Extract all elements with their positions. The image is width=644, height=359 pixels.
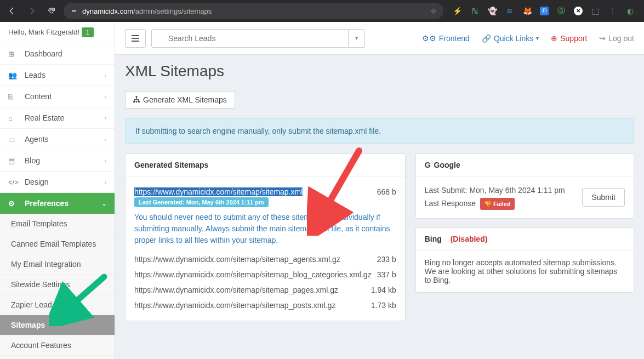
last-generated-badge: Last Generated: Mon, May 6th 2024 1:11 p…	[134, 197, 269, 207]
main-content: ▾ ⚙⚙Frontend 🔗Quick Links ▾ ⊕Support ↪Lo…	[115, 22, 644, 359]
ext-icon[interactable]: ≋	[505, 6, 515, 16]
subnav-account-features[interactable]: Account Features	[0, 335, 115, 355]
gear-icon: ⚙	[8, 200, 19, 208]
life-ring-icon: ⊕	[551, 34, 557, 43]
panel-heading: Bing (Disabled)	[416, 228, 634, 250]
sidebar-item-dashboard[interactable]: ⊞Dashboard	[0, 43, 115, 64]
reload-button[interactable]	[44, 3, 59, 19]
sitemap-url[interactable]: https://www.dynamicidx.com/sitemap/sitem…	[134, 270, 372, 279]
page-title: XML Sitemaps	[125, 55, 634, 91]
sitemap-note: You should never need to submit any of t…	[134, 212, 396, 246]
ext-icon[interactable]: Ⓗ	[540, 7, 549, 15]
sidebar-item-realestate[interactable]: ⌂Real Estate‹	[0, 107, 115, 128]
ext-icon[interactable]: 🦊	[522, 6, 532, 16]
url-domain: dynamicidx.com	[82, 7, 133, 15]
forward-button[interactable]	[24, 3, 39, 19]
support-link[interactable]: ⊕Support	[551, 34, 587, 43]
home-icon: ⌂	[8, 114, 19, 122]
last-submit-label: Last Submit:	[425, 186, 468, 195]
users-icon: 👥	[8, 71, 19, 79]
profile-icon[interactable]: ◐	[625, 6, 635, 16]
subnav-email-integration[interactable]: My Email Integration	[0, 254, 115, 274]
google-submit-button[interactable]: Submit	[582, 188, 625, 207]
sidebar-item-label: Dashboard	[25, 49, 62, 58]
subnav-sitemaps[interactable]: Sitemaps	[0, 315, 115, 335]
dashboard-icon: ⊞	[8, 50, 19, 58]
subnav-sitewide[interactable]: Sitewide Settings	[0, 275, 115, 294]
logout-link[interactable]: ↪Log out	[599, 34, 634, 43]
extensions-icon[interactable]: ⬚	[590, 6, 600, 16]
subnav-canned-email[interactable]: Canned Email Templates	[0, 234, 115, 254]
svg-rect-3	[136, 96, 138, 98]
sitemap-size: 1.73 kb	[366, 301, 396, 310]
thumbs-down-icon: 👎	[484, 199, 492, 209]
frontend-link[interactable]: ⚙⚙Frontend	[422, 34, 470, 43]
back-button[interactable]	[4, 3, 20, 19]
link-icon: 🔗	[482, 34, 491, 43]
url-path: /admin/settings/sitemaps	[133, 7, 212, 15]
sidebar-item-label: Content	[25, 92, 52, 101]
ext-icon[interactable]: 👻	[487, 6, 497, 16]
address-bar[interactable]: dynamicidx.com/admin/settings/sitemaps ☆	[64, 3, 443, 19]
generate-sitemaps-button[interactable]: Generate XML Sitemaps	[125, 91, 235, 109]
ext-icon[interactable]: ℕ	[470, 6, 480, 16]
newspaper-icon: ▤	[8, 157, 19, 165]
search-dropdown-button[interactable]: ▾	[348, 30, 364, 47]
sitemap-size: 233 b	[372, 255, 396, 264]
browser-chrome: dynamicidx.com/admin/settings/sitemaps ☆…	[0, 0, 644, 22]
panel-heading: Generated Sitemaps	[126, 154, 405, 176]
quicklinks-link[interactable]: 🔗Quick Links ▾	[482, 34, 539, 43]
failed-badge: 👎Failed	[480, 198, 515, 210]
main-sitemap-url[interactable]: https://www.dynamicidx.com/sitemap/sitem…	[134, 187, 303, 196]
chevron-down-icon: ⌄	[102, 201, 106, 207]
ext-icon[interactable]: ✕	[574, 7, 583, 15]
sidebar-toggle-button[interactable]	[125, 29, 146, 48]
subnav-maintenance[interactable]: Maintenance (DYNIDX)	[0, 356, 115, 359]
sidebar: Hello, Mark Fitzgerald!1 ⊞Dashboard 👥Lea…	[0, 22, 115, 359]
svg-rect-5	[136, 101, 138, 102]
sidebar-item-content[interactable]: ⎘Content‹	[0, 86, 115, 107]
sidebar-item-label: Preferences	[25, 199, 69, 208]
sidebar-item-label: Blog	[25, 156, 40, 165]
caret-down-icon: ▾	[536, 35, 539, 41]
id-card-icon: ▭	[8, 135, 19, 144]
chevron-left-icon: ‹	[105, 158, 106, 164]
sidebar-item-label: Agents	[25, 135, 49, 144]
svg-rect-4	[133, 101, 135, 102]
notification-badge[interactable]: 1	[82, 27, 94, 37]
last-response-label: Last Response	[425, 199, 476, 208]
sidebar-item-preferences[interactable]: ⚙Preferences⌄	[0, 193, 115, 214]
topbar: ▾ ⚙⚙Frontend 🔗Quick Links ▾ ⊕Support ↪Lo…	[115, 22, 644, 55]
search-input[interactable]	[152, 30, 348, 47]
signout-icon: ↪	[599, 34, 606, 43]
site-info-icon	[70, 7, 78, 15]
sitemap-url[interactable]: https://www.dynamicidx.com/sitemap/sitem…	[134, 255, 340, 264]
info-alert: If submitting to search engine manually,…	[125, 118, 634, 144]
google-icon: G	[425, 161, 431, 169]
sitemap-size: 668 b	[372, 187, 396, 196]
ext-separator: ⋮	[608, 6, 618, 16]
ext-icon[interactable]: ⚡	[452, 6, 462, 16]
chevron-left-icon: ‹	[105, 115, 106, 121]
sidebar-item-design[interactable]: </>Design‹	[0, 172, 115, 192]
ext-icon[interactable]: Ⓖ	[556, 6, 566, 16]
sidebar-item-label: Design	[25, 178, 49, 186]
bing-panel: Bing (Disabled) Bing no longer accepts a…	[415, 227, 634, 293]
sitemap-url[interactable]: https://www.dynamicidx.com/sitemap/sitem…	[134, 301, 335, 310]
subnav-email-templates[interactable]: Email Templates	[0, 214, 115, 233]
sidebar-item-label: Real Estate	[25, 113, 64, 122]
sidebar-item-agents[interactable]: ▭Agents‹	[0, 129, 115, 150]
menu-icon	[132, 35, 139, 42]
sitemap-size: 337 b	[372, 270, 396, 279]
sidebar-item-leads[interactable]: 👥Leads‹	[0, 65, 115, 86]
subnav-zapier[interactable]: Zapier Lead Hooks	[0, 295, 115, 315]
bookmark-star-icon[interactable]: ☆	[430, 7, 437, 15]
svg-rect-6	[138, 101, 140, 102]
generated-sitemaps-panel: Generated Sitemaps https://www.dynamicid…	[125, 153, 406, 321]
google-panel: GGoogle Last Submit: Mon, May 6th 2024 1…	[415, 153, 634, 219]
code-icon: </>	[8, 178, 19, 186]
sitemap-url[interactable]: https://www.dynamicidx.com/sitemap/sitem…	[134, 286, 338, 294]
copy-icon: ⎘	[8, 93, 19, 101]
sidebar-greeting: Hello, Mark Fitzgerald!1	[0, 22, 115, 43]
sidebar-item-blog[interactable]: ▤Blog‹	[0, 150, 115, 171]
